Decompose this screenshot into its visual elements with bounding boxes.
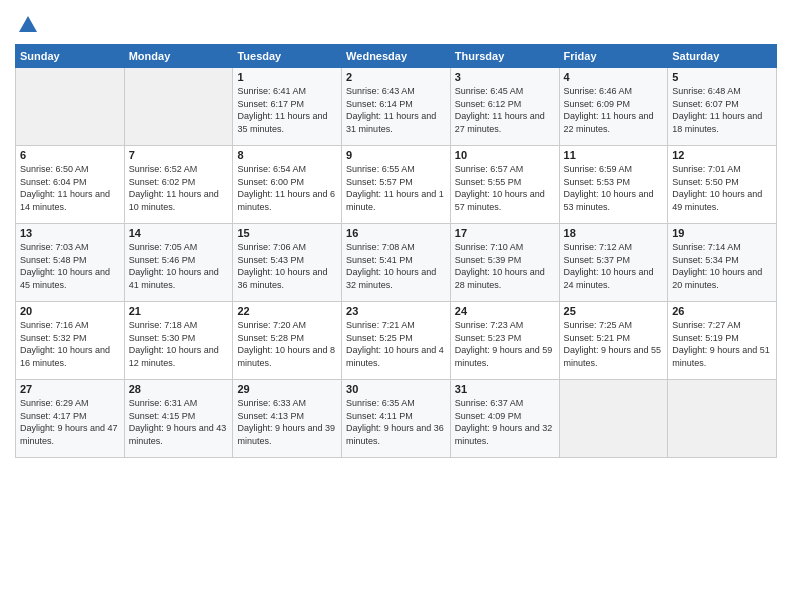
header	[15, 10, 777, 40]
weekday-header: Wednesday	[342, 45, 451, 68]
weekday-header: Monday	[124, 45, 233, 68]
calendar-cell: 9 Sunrise: 6:55 AMSunset: 5:57 PMDayligh…	[342, 146, 451, 224]
calendar-cell: 28 Sunrise: 6:31 AMSunset: 4:15 PMDaylig…	[124, 380, 233, 458]
calendar-cell	[668, 380, 777, 458]
day-number: 11	[564, 149, 664, 161]
day-info: Sunrise: 7:20 AMSunset: 5:28 PMDaylight:…	[237, 320, 335, 368]
day-info: Sunrise: 7:23 AMSunset: 5:23 PMDaylight:…	[455, 320, 553, 368]
day-number: 10	[455, 149, 555, 161]
calendar-cell: 2 Sunrise: 6:43 AMSunset: 6:14 PMDayligh…	[342, 68, 451, 146]
calendar-cell: 19 Sunrise: 7:14 AMSunset: 5:34 PMDaylig…	[668, 224, 777, 302]
calendar-cell: 18 Sunrise: 7:12 AMSunset: 5:37 PMDaylig…	[559, 224, 668, 302]
calendar-cell: 12 Sunrise: 7:01 AMSunset: 5:50 PMDaylig…	[668, 146, 777, 224]
day-number: 20	[20, 305, 120, 317]
day-number: 26	[672, 305, 772, 317]
day-number: 2	[346, 71, 446, 83]
weekday-header: Thursday	[450, 45, 559, 68]
day-info: Sunrise: 6:55 AMSunset: 5:57 PMDaylight:…	[346, 164, 444, 212]
calendar-cell: 16 Sunrise: 7:08 AMSunset: 5:41 PMDaylig…	[342, 224, 451, 302]
day-info: Sunrise: 6:50 AMSunset: 6:04 PMDaylight:…	[20, 164, 110, 212]
weekday-header: Tuesday	[233, 45, 342, 68]
calendar-week-row: 13 Sunrise: 7:03 AMSunset: 5:48 PMDaylig…	[16, 224, 777, 302]
day-info: Sunrise: 6:29 AMSunset: 4:17 PMDaylight:…	[20, 398, 118, 446]
svg-marker-0	[19, 16, 37, 32]
day-number: 31	[455, 383, 555, 395]
day-number: 19	[672, 227, 772, 239]
day-info: Sunrise: 7:06 AMSunset: 5:43 PMDaylight:…	[237, 242, 327, 290]
calendar-cell: 15 Sunrise: 7:06 AMSunset: 5:43 PMDaylig…	[233, 224, 342, 302]
calendar-cell: 27 Sunrise: 6:29 AMSunset: 4:17 PMDaylig…	[16, 380, 125, 458]
calendar-table: SundayMondayTuesdayWednesdayThursdayFrid…	[15, 44, 777, 458]
day-number: 30	[346, 383, 446, 395]
logo-icon	[17, 14, 39, 36]
calendar-week-row: 1 Sunrise: 6:41 AMSunset: 6:17 PMDayligh…	[16, 68, 777, 146]
day-number: 15	[237, 227, 337, 239]
weekday-header: Sunday	[16, 45, 125, 68]
calendar-cell: 5 Sunrise: 6:48 AMSunset: 6:07 PMDayligh…	[668, 68, 777, 146]
calendar-cell: 14 Sunrise: 7:05 AMSunset: 5:46 PMDaylig…	[124, 224, 233, 302]
logo	[15, 14, 39, 40]
calendar-cell	[16, 68, 125, 146]
calendar-cell: 6 Sunrise: 6:50 AMSunset: 6:04 PMDayligh…	[16, 146, 125, 224]
calendar-cell: 30 Sunrise: 6:35 AMSunset: 4:11 PMDaylig…	[342, 380, 451, 458]
day-info: Sunrise: 6:52 AMSunset: 6:02 PMDaylight:…	[129, 164, 219, 212]
day-number: 7	[129, 149, 229, 161]
calendar-cell: 25 Sunrise: 7:25 AMSunset: 5:21 PMDaylig…	[559, 302, 668, 380]
calendar-cell: 3 Sunrise: 6:45 AMSunset: 6:12 PMDayligh…	[450, 68, 559, 146]
day-number: 5	[672, 71, 772, 83]
calendar-week-row: 27 Sunrise: 6:29 AMSunset: 4:17 PMDaylig…	[16, 380, 777, 458]
day-info: Sunrise: 6:46 AMSunset: 6:09 PMDaylight:…	[564, 86, 654, 134]
day-number: 28	[129, 383, 229, 395]
calendar-cell: 23 Sunrise: 7:21 AMSunset: 5:25 PMDaylig…	[342, 302, 451, 380]
calendar-cell: 26 Sunrise: 7:27 AMSunset: 5:19 PMDaylig…	[668, 302, 777, 380]
calendar-cell: 1 Sunrise: 6:41 AMSunset: 6:17 PMDayligh…	[233, 68, 342, 146]
day-number: 3	[455, 71, 555, 83]
calendar-cell: 17 Sunrise: 7:10 AMSunset: 5:39 PMDaylig…	[450, 224, 559, 302]
day-number: 12	[672, 149, 772, 161]
day-info: Sunrise: 6:57 AMSunset: 5:55 PMDaylight:…	[455, 164, 545, 212]
weekday-header: Friday	[559, 45, 668, 68]
day-number: 6	[20, 149, 120, 161]
header-row: SundayMondayTuesdayWednesdayThursdayFrid…	[16, 45, 777, 68]
calendar-cell: 7 Sunrise: 6:52 AMSunset: 6:02 PMDayligh…	[124, 146, 233, 224]
day-number: 29	[237, 383, 337, 395]
calendar-cell: 13 Sunrise: 7:03 AMSunset: 5:48 PMDaylig…	[16, 224, 125, 302]
day-info: Sunrise: 7:27 AMSunset: 5:19 PMDaylight:…	[672, 320, 770, 368]
weekday-header: Saturday	[668, 45, 777, 68]
day-info: Sunrise: 6:37 AMSunset: 4:09 PMDaylight:…	[455, 398, 553, 446]
calendar-cell: 20 Sunrise: 7:16 AMSunset: 5:32 PMDaylig…	[16, 302, 125, 380]
day-number: 18	[564, 227, 664, 239]
page-container: SundayMondayTuesdayWednesdayThursdayFrid…	[0, 0, 792, 468]
calendar-cell: 8 Sunrise: 6:54 AMSunset: 6:00 PMDayligh…	[233, 146, 342, 224]
day-number: 14	[129, 227, 229, 239]
day-info: Sunrise: 6:43 AMSunset: 6:14 PMDaylight:…	[346, 86, 436, 134]
day-number: 23	[346, 305, 446, 317]
day-number: 27	[20, 383, 120, 395]
day-info: Sunrise: 7:16 AMSunset: 5:32 PMDaylight:…	[20, 320, 110, 368]
calendar-week-row: 20 Sunrise: 7:16 AMSunset: 5:32 PMDaylig…	[16, 302, 777, 380]
day-number: 24	[455, 305, 555, 317]
day-info: Sunrise: 6:41 AMSunset: 6:17 PMDaylight:…	[237, 86, 327, 134]
calendar-cell: 29 Sunrise: 6:33 AMSunset: 4:13 PMDaylig…	[233, 380, 342, 458]
day-info: Sunrise: 7:08 AMSunset: 5:41 PMDaylight:…	[346, 242, 436, 290]
day-info: Sunrise: 7:01 AMSunset: 5:50 PMDaylight:…	[672, 164, 762, 212]
day-info: Sunrise: 7:21 AMSunset: 5:25 PMDaylight:…	[346, 320, 444, 368]
calendar-cell: 10 Sunrise: 6:57 AMSunset: 5:55 PMDaylig…	[450, 146, 559, 224]
calendar-cell: 24 Sunrise: 7:23 AMSunset: 5:23 PMDaylig…	[450, 302, 559, 380]
calendar-cell	[124, 68, 233, 146]
day-number: 13	[20, 227, 120, 239]
day-number: 25	[564, 305, 664, 317]
day-info: Sunrise: 7:25 AMSunset: 5:21 PMDaylight:…	[564, 320, 662, 368]
day-number: 21	[129, 305, 229, 317]
day-info: Sunrise: 7:12 AMSunset: 5:37 PMDaylight:…	[564, 242, 654, 290]
day-info: Sunrise: 6:54 AMSunset: 6:00 PMDaylight:…	[237, 164, 335, 212]
day-info: Sunrise: 7:10 AMSunset: 5:39 PMDaylight:…	[455, 242, 545, 290]
day-number: 16	[346, 227, 446, 239]
calendar-week-row: 6 Sunrise: 6:50 AMSunset: 6:04 PMDayligh…	[16, 146, 777, 224]
calendar-cell: 31 Sunrise: 6:37 AMSunset: 4:09 PMDaylig…	[450, 380, 559, 458]
day-info: Sunrise: 6:35 AMSunset: 4:11 PMDaylight:…	[346, 398, 444, 446]
calendar-cell: 4 Sunrise: 6:46 AMSunset: 6:09 PMDayligh…	[559, 68, 668, 146]
calendar-cell: 21 Sunrise: 7:18 AMSunset: 5:30 PMDaylig…	[124, 302, 233, 380]
day-number: 1	[237, 71, 337, 83]
calendar-cell: 22 Sunrise: 7:20 AMSunset: 5:28 PMDaylig…	[233, 302, 342, 380]
